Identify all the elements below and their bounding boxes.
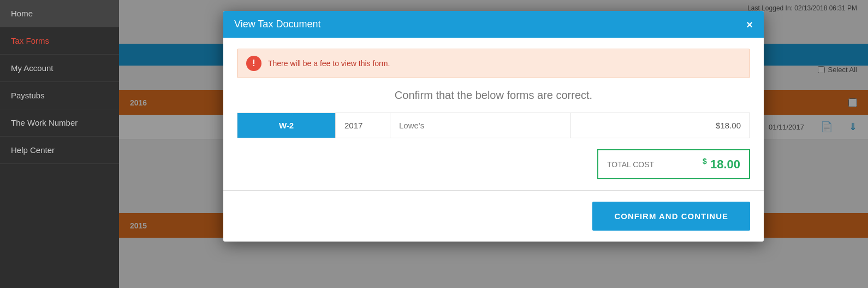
sidebar-item-home[interactable]: Home: [0, 0, 119, 27]
modal-body: ! There will be a fee to view this form.…: [223, 38, 764, 242]
form-company-cell: Lowe's: [390, 113, 570, 138]
warning-text: There will be a fee to view this form.: [268, 59, 390, 68]
modal-header: View Tax Document ×: [223, 11, 764, 38]
warning-banner: ! There will be a fee to view this form.: [237, 49, 750, 78]
modal-title: View Tax Document: [234, 19, 320, 30]
form-cost-cell: $18.00: [570, 113, 750, 138]
total-label: TOTAL COST: [598, 154, 694, 175]
modal-divider: [223, 190, 764, 191]
table-row: W-2 2017 Lowe's $18.00: [237, 113, 750, 138]
main-content: Last Logged In: 02/13/2018 06:31 PM 2016…: [119, 0, 868, 288]
total-dollar-sign: $: [703, 157, 707, 166]
modal: View Tax Document × ! There will be a fe…: [223, 11, 764, 242]
sidebar-item-tax-forms[interactable]: Tax Forms: [0, 27, 119, 55]
sidebar-item-paystubs[interactable]: Paystubs: [0, 82, 119, 109]
sidebar-item-help-center[interactable]: Help Center: [0, 137, 119, 164]
confirm-heading: Confirm that the below forms are correct…: [237, 89, 750, 102]
modal-overlay: View Tax Document × ! There will be a fe…: [119, 0, 868, 288]
warning-icon: !: [246, 56, 261, 71]
total-row: TOTAL COST $ 18.00: [237, 149, 750, 179]
sidebar-item-work-number[interactable]: The Work Number: [0, 109, 119, 137]
form-year-cell: 2017: [336, 113, 390, 138]
total-box: TOTAL COST $ 18.00: [597, 149, 750, 179]
total-amount-value: 18.00: [710, 157, 740, 171]
sidebar: Home Tax Forms My Account Paystubs The W…: [0, 0, 119, 288]
form-type-cell: W-2: [237, 113, 336, 138]
form-table: W-2 2017 Lowe's $18.00: [237, 113, 750, 138]
confirm-and-continue-button[interactable]: CONFIRM AND CONTINUE: [592, 202, 750, 231]
confirm-button-row: CONFIRM AND CONTINUE: [237, 202, 750, 231]
total-amount: $ 18.00: [694, 150, 749, 178]
modal-close-button[interactable]: ×: [746, 19, 753, 30]
sidebar-item-my-account[interactable]: My Account: [0, 55, 119, 82]
